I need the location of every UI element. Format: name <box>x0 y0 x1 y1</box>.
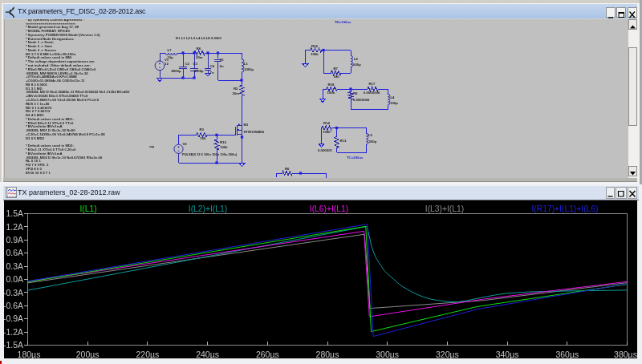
svg-text:K1 L1 L2 L3 L4 L6 L8 0.0001: K1 L1 L2 L3 L4 L6 L8 0.0001 <box>176 36 222 40</box>
svg-text:R3: R3 <box>200 127 205 131</box>
svg-text:EV16 10 0 9 7 1: EV16 10 0 9 7 1 <box>26 171 51 175</box>
svg-text:L1: L1 <box>244 62 249 66</box>
svg-text:0.9A: 0.9A <box>6 235 23 245</box>
svg-text:1.5A: 1.5A <box>6 208 23 218</box>
svg-text:7n: 7n <box>210 71 214 75</box>
svg-text:-0.9A: -0.9A <box>4 313 23 323</box>
svg-text:-1.5A: -1.5A <box>4 340 23 350</box>
svg-text:0.6A: 0.6A <box>6 248 23 257</box>
svg-text:600µ: 600µ <box>353 63 361 67</box>
svg-text:100p: 100p <box>390 101 398 105</box>
svg-text:C4: C4 <box>210 64 215 68</box>
svg-text:240µs: 240µs <box>196 350 219 358</box>
svg-text:R9: R9 <box>353 91 358 95</box>
svg-text:2n: 2n <box>220 64 224 68</box>
svg-text:I(L1): I(L1) <box>79 204 96 213</box>
svg-text:R2: R2 <box>234 87 238 91</box>
svg-text:0.0000006: 0.0000006 <box>364 91 380 95</box>
svg-text:340µs: 340µs <box>496 350 519 358</box>
svg-text:100k: 100k <box>311 52 319 56</box>
svg-text:;op: ;op <box>149 144 155 148</box>
svg-text:0.0A: 0.0A <box>6 274 23 284</box>
svg-text:PULSE(0 12 0 100n 100n 100u 20: PULSE(0 12 0 100n 100n 100u 200u) <box>182 152 238 156</box>
svg-text:280µs: 280µs <box>316 350 339 358</box>
svg-text:100: 100 <box>200 136 206 140</box>
svg-text:I(L6)+I(L1): I(L6)+I(L1) <box>310 204 348 213</box>
svg-text:200µs: 200µs <box>76 350 100 358</box>
svg-text:I(R17)+I(L1)+I(L6): I(R17)+I(L1)+I(L6) <box>532 204 599 213</box>
svg-text:R13: R13 <box>340 139 347 143</box>
svg-text:100k: 100k <box>323 130 331 134</box>
svg-text:180: 180 <box>334 75 340 79</box>
svg-text:-0.6A: -0.6A <box>4 301 23 310</box>
svg-text:C2: C2 <box>185 62 189 66</box>
svg-text:360µs: 360µs <box>555 350 579 358</box>
svg-text:L7: L7 <box>168 48 173 52</box>
svg-text:D3 0 5 MD2: D3 0 5 MD2 <box>26 136 45 140</box>
svg-text:L5: L5 <box>368 133 373 137</box>
svg-text:0.000001: 0.000001 <box>318 148 333 152</box>
svg-text:0.3A: 0.3A <box>6 261 23 271</box>
svg-text:L4: L4 <box>391 95 396 99</box>
svg-text:R16: R16 <box>311 44 318 48</box>
svg-text:TC=200us: TC=200us <box>347 156 364 160</box>
svg-text:R6: R6 <box>285 167 290 171</box>
svg-text:STW11NM80: STW11NM80 <box>244 130 265 134</box>
svg-text:R18: R18 <box>328 83 335 87</box>
svg-text:V2: V2 <box>183 142 188 146</box>
svg-text:320µs: 320µs <box>436 350 459 358</box>
svg-text:8000µ: 8000µ <box>171 69 181 73</box>
svg-text:R7: R7 <box>334 67 339 71</box>
svg-text:-0.3A: -0.3A <box>4 288 23 297</box>
svg-text:12: 12 <box>165 62 169 66</box>
svg-text:-1.2A: -1.2A <box>4 327 23 337</box>
svg-text:C3: C3 <box>193 62 198 66</box>
svg-text:R12: R12 <box>220 140 226 144</box>
svg-text:L6: L6 <box>354 57 359 61</box>
svg-text:260µs: 260µs <box>256 350 279 358</box>
svg-text:M1: M1 <box>244 123 250 127</box>
svg-text:R14: R14 <box>323 121 330 125</box>
svg-text:180µs: 180µs <box>18 350 41 358</box>
svg-text:C1: C1 <box>220 58 225 62</box>
svg-text:4700µ: 4700µ <box>194 69 205 73</box>
svg-text:R17: R17 <box>369 82 376 86</box>
svg-text:200p: 200p <box>369 140 377 144</box>
svg-text:I(L2)+I(L1): I(L2)+I(L1) <box>189 204 227 213</box>
svg-text:300µs: 300µs <box>376 350 399 358</box>
svg-text:0.0000006: 0.0000006 <box>353 98 370 102</box>
svg-text:20m: 20m <box>233 91 240 95</box>
svg-text:10µ: 10µ <box>168 55 174 59</box>
svg-text:1000µ: 1000µ <box>244 67 254 71</box>
svg-text:20m: 20m <box>196 55 203 59</box>
svg-text:TD=100us: TD=100us <box>335 20 351 24</box>
svg-text:100k: 100k <box>327 91 335 95</box>
svg-text:220µs: 220µs <box>136 350 159 358</box>
svg-text:380µs: 380µs <box>614 350 637 358</box>
svg-text:1.2A: 1.2A <box>6 222 23 232</box>
svg-text:* by symmetry License Agreemen: * by symmetry License Agreement. * <box>26 19 85 22</box>
svg-text:100k: 100k <box>220 145 228 149</box>
svg-text:I(L3)+I(L1): I(L3)+I(L1) <box>425 204 464 213</box>
svg-text:R4: R4 <box>197 47 201 51</box>
